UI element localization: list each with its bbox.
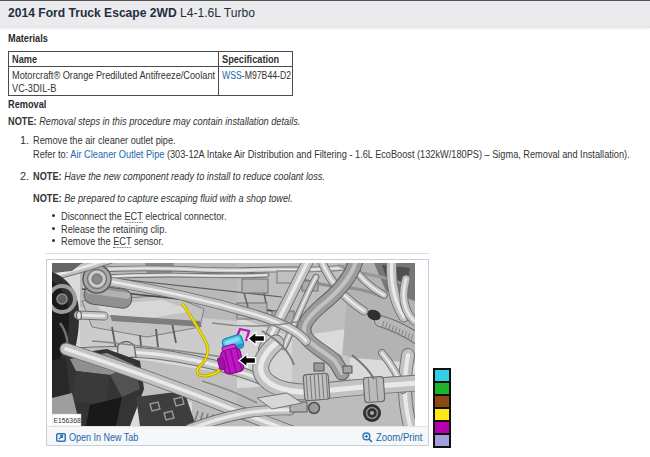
svg-text:E156368: E156368 [54, 417, 81, 424]
